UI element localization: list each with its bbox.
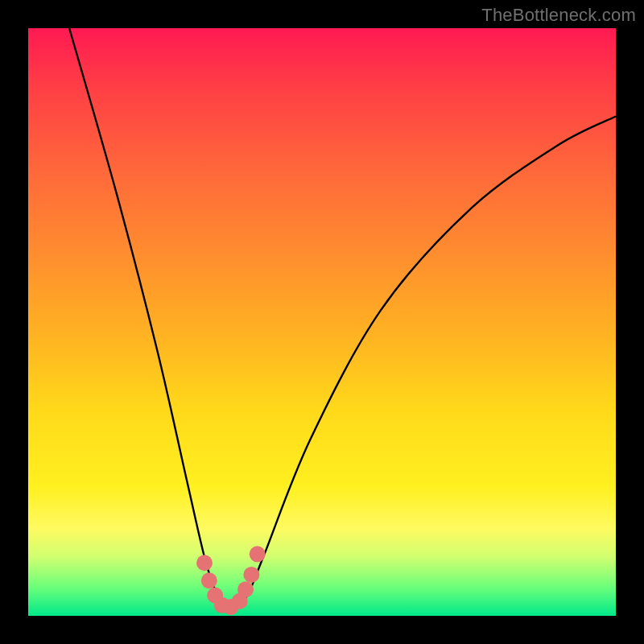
chart-frame: TheBottleneck.com [0,0,644,644]
curve-markers [196,546,266,615]
curve-marker [237,581,254,597]
curve-marker [196,555,213,571]
bottleneck-curve [69,28,616,610]
plot-area [28,28,616,616]
curve-marker [243,567,259,583]
watermark-text: TheBottleneck.com [481,5,636,26]
curve-marker [250,546,266,562]
curve-marker [201,572,217,588]
curve-layer [28,28,616,616]
